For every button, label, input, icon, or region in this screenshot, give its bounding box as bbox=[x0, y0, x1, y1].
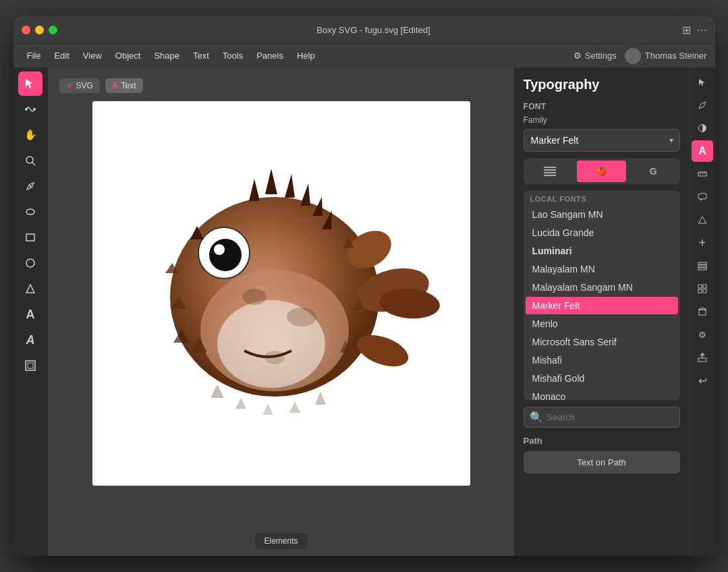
settings-button[interactable]: ⚙ Settings bbox=[573, 51, 617, 61]
svg-rect-74 bbox=[698, 358, 706, 362]
triangle-tool-btn[interactable] bbox=[18, 277, 43, 301]
settings-label: Settings bbox=[585, 51, 617, 61]
font-search-box[interactable]: 🔍 bbox=[524, 407, 680, 428]
menu-view[interactable]: View bbox=[78, 48, 107, 63]
svg-point-19 bbox=[209, 239, 242, 271]
family-label: Family bbox=[524, 115, 680, 125]
font-item-3[interactable]: Malayalam MN bbox=[526, 260, 678, 278]
panel-gear-icon[interactable]: ⚙ bbox=[692, 324, 713, 345]
font-item-5[interactable]: Marker Felt bbox=[526, 297, 678, 314]
svg-rect-12 bbox=[28, 363, 33, 368]
traffic-lights bbox=[22, 26, 57, 34]
menu-file[interactable]: File bbox=[22, 48, 47, 63]
ellipsis-icon[interactable]: ⋯ bbox=[696, 24, 707, 36]
font-family-select[interactable]: Marker Felt bbox=[524, 129, 680, 152]
pan-tool-btn[interactable]: ✋ bbox=[18, 123, 43, 147]
text-tool-btn[interactable]: A bbox=[18, 302, 43, 326]
menu-object[interactable]: Object bbox=[110, 48, 146, 63]
circle-tool-btn[interactable] bbox=[18, 251, 43, 275]
right-icon-panel: A + ⚙ bbox=[690, 67, 715, 556]
font-item-6[interactable]: Menlo bbox=[526, 315, 678, 333]
minimize-button[interactable] bbox=[35, 26, 44, 34]
puzzle-icon[interactable]: ⊞ bbox=[682, 24, 691, 36]
menu-edit[interactable]: Edit bbox=[49, 48, 74, 63]
font-search-input[interactable] bbox=[547, 412, 674, 422]
panel-layers-icon[interactable] bbox=[692, 255, 713, 277]
font-item-10[interactable]: Monaco bbox=[526, 388, 678, 400]
svg-marker-10 bbox=[26, 285, 34, 293]
svg-rect-65 bbox=[698, 262, 706, 264]
svg-marker-56 bbox=[699, 79, 705, 86]
svg-rect-71 bbox=[703, 289, 706, 293]
maximize-button[interactable] bbox=[49, 26, 57, 34]
svg-tab[interactable]: ✳ SVG bbox=[59, 78, 100, 93]
svg-rect-62 bbox=[698, 194, 706, 199]
menu-shape[interactable]: Shape bbox=[148, 48, 185, 63]
font-item-4[interactable]: Malayalam Sangam MN bbox=[526, 279, 678, 296]
font-item-0[interactable]: Lao Sangam MN bbox=[526, 206, 678, 223]
user-name: Thomas Steiner bbox=[645, 51, 707, 61]
select-tool-btn[interactable] bbox=[18, 72, 43, 96]
rect-tool-btn[interactable] bbox=[18, 225, 43, 250]
user-button[interactable]: Thomas Steiner bbox=[625, 48, 707, 64]
title-bar: Boxy SVG - fugu.svg [Edited] ⊞ ⋯ bbox=[13, 16, 715, 43]
google-source-tab[interactable]: G bbox=[629, 161, 678, 182]
text-tab-label: Text bbox=[121, 81, 136, 90]
canvas-container[interactable]: Project Fugu rocks! bbox=[92, 101, 470, 486]
svg-rect-55 bbox=[544, 175, 556, 176]
node-tool-btn[interactable] bbox=[18, 97, 43, 121]
left-toolbar: ✋ A A bbox=[13, 67, 49, 556]
main-row: ✋ A A bbox=[13, 67, 715, 556]
font-family-wrapper: Marker Felt ▾ bbox=[524, 129, 680, 152]
zoom-tool-btn[interactable] bbox=[18, 148, 43, 173]
list-source-tab[interactable] bbox=[526, 161, 575, 182]
panel-delta-icon[interactable] bbox=[692, 209, 713, 231]
menu-tools[interactable]: Tools bbox=[217, 48, 248, 63]
apple-source-tab[interactable]: 🍎 bbox=[577, 161, 626, 182]
panel-export-icon[interactable] bbox=[692, 347, 713, 368]
right-section: Typography Font Family Marker Felt ▾ bbox=[514, 67, 715, 556]
font-item-2[interactable]: Luminari bbox=[526, 242, 678, 260]
panel-building-icon[interactable] bbox=[692, 301, 713, 322]
font-item-7[interactable]: Microsoft Sans Serif bbox=[526, 333, 678, 351]
svg-tab-label: SVG bbox=[76, 81, 93, 90]
text-tab[interactable]: A Text bbox=[105, 78, 143, 93]
ellipse-tool-btn[interactable] bbox=[18, 200, 43, 224]
menu-panels[interactable]: Panels bbox=[251, 48, 289, 63]
svg-point-45 bbox=[287, 308, 316, 326]
text-italic-tool-btn[interactable]: A bbox=[18, 328, 43, 352]
panel-undo-icon[interactable]: ↩ bbox=[692, 370, 713, 391]
panel-comment-icon[interactable] bbox=[692, 186, 713, 208]
close-button[interactable] bbox=[22, 26, 30, 34]
pen-tool-btn[interactable] bbox=[18, 174, 43, 198]
frame-tool-btn[interactable] bbox=[18, 353, 43, 378]
svg-tab-icon: ✳ bbox=[66, 81, 73, 90]
svg-point-4 bbox=[26, 156, 33, 163]
menu-help[interactable]: Help bbox=[291, 48, 320, 63]
panel-ruler-icon[interactable] bbox=[692, 163, 713, 185]
panel-grid-icon[interactable] bbox=[692, 278, 713, 299]
panel-typography-icon[interactable]: A bbox=[692, 140, 713, 162]
font-item-8[interactable]: Mishafi bbox=[526, 351, 678, 369]
menu-text[interactable]: Text bbox=[188, 48, 215, 63]
canvas-area: ✳ SVG A Text bbox=[49, 67, 514, 556]
panel-pen-icon[interactable] bbox=[692, 94, 713, 116]
svg-rect-53 bbox=[544, 169, 556, 171]
svg-marker-0 bbox=[26, 79, 33, 88]
font-item-9[interactable]: Mishafi Gold bbox=[526, 370, 678, 387]
panel-select-icon[interactable] bbox=[692, 72, 713, 93]
font-list[interactable]: LOCAL FONTS Lao Sangam MN Lucida Grande … bbox=[524, 191, 680, 400]
font-item-1[interactable]: Lucida Grande bbox=[526, 224, 678, 241]
svg-point-9 bbox=[26, 259, 34, 267]
window-title: Boxy SVG - fugu.svg [Edited] bbox=[65, 25, 682, 35]
svg-point-1 bbox=[25, 108, 28, 111]
panel-plus-icon[interactable]: + bbox=[692, 232, 713, 254]
text-on-path-button[interactable]: Text on Path bbox=[524, 451, 680, 474]
local-fonts-header: LOCAL FONTS bbox=[524, 191, 680, 205]
svg-rect-68 bbox=[698, 285, 702, 288]
elements-bar[interactable]: Elements bbox=[254, 533, 307, 549]
svg-rect-54 bbox=[544, 172, 556, 173]
svg-point-2 bbox=[33, 108, 36, 111]
panel-contrast-icon[interactable] bbox=[692, 117, 713, 139]
svg-rect-11 bbox=[26, 361, 35, 370]
